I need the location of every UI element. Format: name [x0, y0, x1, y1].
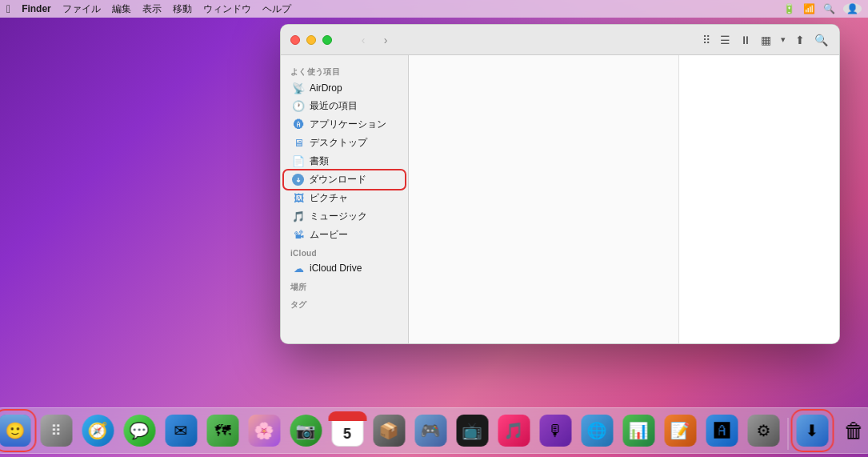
minimize-button[interactable] [306, 35, 316, 45]
search-button[interactable]: 🔍 [813, 32, 830, 48]
icloud-section-title: iCloud [281, 244, 408, 259]
finder-sidebar: よく使う項目 📡 AirDrop 🕐 最近の項目 🅐 アプリケーション [281, 55, 409, 343]
sidebar-item-recents[interactable]: 🕐 最近の項目 [284, 97, 405, 115]
dock-facetime[interactable]: 📷 [286, 411, 325, 450]
dock-separator [787, 418, 788, 450]
sidebar-item-airdrop[interactable]: 📡 AirDrop [284, 79, 405, 97]
dock-pages[interactable]: 📝 [661, 411, 699, 450]
apple-menu[interactable]:  [6, 2, 10, 15]
dock-appstore[interactable]: 🅰 [702, 411, 741, 450]
downloads-icon [292, 174, 304, 186]
dock-launchpad[interactable]: ⠿ [37, 411, 75, 450]
documents-icon: 📄 [292, 155, 305, 168]
finder-toolbar: ‹ › [354, 31, 394, 49]
dock-maps[interactable]: 🗺 [203, 411, 242, 450]
dock-mail[interactable]: ✉ [162, 411, 200, 450]
documents-label: 書類 [310, 154, 329, 168]
dock-trash[interactable]: 🗑 [834, 411, 868, 450]
dock-calendar[interactable]: 5 [328, 411, 366, 450]
favorites-section-title: よく使う項目 [281, 62, 408, 79]
recents-label: 最近の項目 [310, 99, 358, 113]
sidebar-item-downloads[interactable]: ダウンロード [284, 170, 405, 189]
finder-window: ‹ › ⠿ ☰ ⏸ ▦ ▾ ⬆ 🔍 よく使う項目 📡 [280, 24, 840, 344]
menubar-go[interactable]: 移動 [173, 2, 192, 16]
maximize-button[interactable] [322, 35, 332, 45]
view-options-button[interactable]: ▾ [779, 33, 787, 46]
locations-section-title: 場所 [281, 277, 408, 295]
dock-safari[interactable]: 🧭 [78, 411, 117, 450]
finder-content [409, 55, 679, 343]
dock-app1[interactable]: 📦 [370, 411, 408, 450]
applications-label: アプリケーション [310, 118, 386, 131]
dock-photos[interactable]: 🌸 [245, 411, 283, 450]
finder-preview [679, 55, 839, 343]
icloud-icon: ☁ [292, 262, 305, 275]
menubar-view[interactable]: 表示 [142, 2, 162, 16]
desktop:  Finder ファイル 編集 表示 移動 ウィンドウ ヘルプ 🔋 📶 🔍 👤… [0, 0, 868, 457]
desktop-label: デスクトップ [310, 136, 367, 150]
dock-numbers[interactable]: 📊 [619, 411, 658, 450]
back-button[interactable]: ‹ [354, 31, 372, 49]
tags-section-title: タグ [281, 295, 408, 312]
dock-messages[interactable]: 💬 [120, 411, 158, 450]
desktop-icon: 🖥 [292, 137, 305, 150]
forward-button[interactable]: › [377, 31, 394, 49]
finder-body: よく使う項目 📡 AirDrop 🕐 最近の項目 🅐 アプリケーション [281, 55, 839, 343]
icloud-drive-label: iCloud Drive [310, 263, 362, 274]
toolbar-icons: ⠿ ☰ ⏸ ▦ ▾ ⬆ 🔍 [701, 32, 830, 48]
finder-titlebar: ‹ › ⠿ ☰ ⏸ ▦ ▾ ⬆ 🔍 [281, 25, 839, 55]
sidebar-item-music[interactable]: 🎵 ミュージック [284, 207, 405, 226]
movies-icon: 📽 [292, 229, 305, 242]
music-label: ミュージック [310, 210, 367, 223]
pictures-label: ピクチャ [310, 191, 348, 205]
music-sidebar-icon: 🎵 [292, 210, 305, 223]
dock-downloads[interactable]: ⬇ [793, 411, 831, 450]
menubar-edit[interactable]: 編集 [112, 2, 131, 16]
dock-music[interactable]: 🎵 [494, 411, 533, 450]
svg-text:🙂: 🙂 [5, 421, 25, 440]
sidebar-item-desktop[interactable]: 🖥 デスクトップ [284, 134, 405, 152]
airdrop-icon: 📡 [292, 82, 305, 94]
list-view-button[interactable]: ☰ [718, 32, 732, 48]
pictures-icon: 🖼 [292, 192, 305, 205]
share-button[interactable]: ⬆ [794, 32, 806, 48]
dock-sysprefs[interactable]: ⚙ [744, 411, 782, 450]
dock-app2[interactable]: 🎮 [411, 411, 450, 450]
menubar-window[interactable]: ウィンドウ [203, 2, 251, 16]
gallery-view-button[interactable]: ▦ [759, 32, 773, 48]
menubar-finder[interactable]: Finder [22, 3, 51, 14]
finder-main [409, 55, 839, 343]
dock-appletv[interactable]: 📺 [453, 411, 491, 450]
search-icon[interactable]: 🔍 [823, 3, 835, 14]
sidebar-item-icloud-drive[interactable]: ☁ iCloud Drive [284, 259, 405, 277]
dock: 🙂 ⠿ 🧭 💬 ✉ 🗺 🌸 📷 [0, 407, 868, 454]
downloads-label: ダウンロード [309, 173, 366, 186]
dock-netutil[interactable]: 🌐 [578, 411, 616, 450]
movies-label: ムービー [310, 228, 348, 242]
menubar:  Finder ファイル 編集 表示 移動 ウィンドウ ヘルプ 🔋 📶 🔍 👤 [0, 0, 868, 18]
wifi-icon: 📶 [803, 3, 815, 14]
dock-podcasts[interactable]: 🎙 [536, 411, 574, 450]
menubar-help[interactable]: ヘルプ [262, 2, 291, 16]
menubar-left:  Finder ファイル 編集 表示 移動 ウィンドウ ヘルプ [6, 2, 291, 16]
sidebar-item-applications[interactable]: 🅐 アプリケーション [284, 115, 405, 134]
user-icon[interactable]: 👤 [843, 3, 862, 14]
sidebar-item-documents[interactable]: 📄 書類 [284, 152, 405, 170]
sidebar-item-movies[interactable]: 📽 ムービー [284, 226, 405, 244]
recents-icon: 🕐 [292, 100, 305, 113]
airdrop-label: AirDrop [310, 82, 342, 94]
applications-icon: 🅐 [292, 118, 305, 131]
dock-finder[interactable]: 🙂 [0, 411, 34, 450]
column-view-button[interactable]: ⏸ [738, 32, 753, 48]
sidebar-item-pictures[interactable]: 🖼 ピクチャ [284, 189, 405, 207]
menubar-file[interactable]: ファイル [62, 2, 101, 16]
battery-icon: 🔋 [783, 3, 795, 14]
close-button[interactable] [290, 35, 300, 45]
icon-view-button[interactable]: ⠿ [701, 32, 712, 48]
menubar-right: 🔋 📶 🔍 👤 [783, 3, 862, 14]
